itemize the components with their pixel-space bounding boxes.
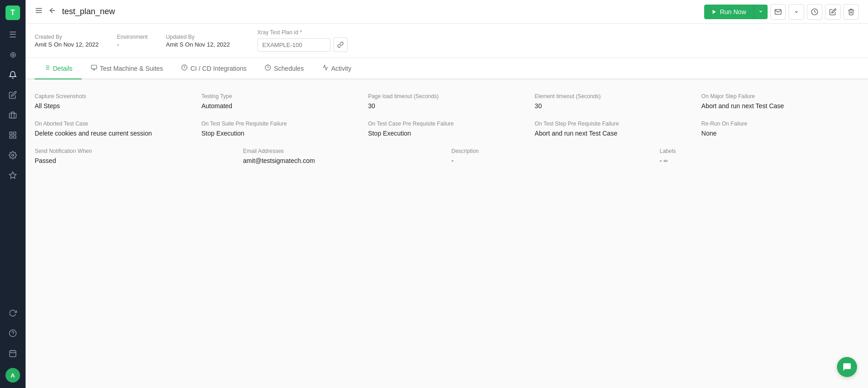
home-icon[interactable]: ⊕ xyxy=(4,46,22,64)
capture-screenshots-value: All Steps xyxy=(35,102,192,110)
testing-type-label: Testing Type xyxy=(201,93,359,100)
rerun-on-failure-value: None xyxy=(701,130,859,137)
plugin-icon[interactable] xyxy=(4,166,22,184)
menu-icon[interactable]: ☰ xyxy=(4,26,22,44)
bell-icon[interactable] xyxy=(4,66,22,84)
details-tab-icon xyxy=(44,64,50,72)
description-field: Description - xyxy=(451,148,651,164)
help-icon[interactable] xyxy=(4,324,22,342)
back-icon[interactable] xyxy=(48,6,57,17)
svg-rect-3 xyxy=(10,136,12,138)
details-row-3: Send Notification When Passed Email Addr… xyxy=(35,148,859,164)
on-test-step-prereq-field: On Test Step Pre Requisite Failure Abort… xyxy=(535,121,692,137)
environment-label: Environment xyxy=(117,34,147,40)
environment-value: - xyxy=(117,41,147,48)
on-aborted-test-case-label: On Aborted Test Case xyxy=(35,121,192,127)
dropdown-icon-button[interactable] xyxy=(789,4,804,20)
on-test-step-prereq-value: Abort and run next Test Case xyxy=(535,130,692,137)
meta-bar: Created By Amit S On Nov 12, 2022 Enviro… xyxy=(26,24,868,58)
run-dropdown-button[interactable] xyxy=(753,5,768,19)
description-label: Description xyxy=(451,148,651,154)
settings-icon[interactable] xyxy=(4,146,22,164)
updated-by-label: Updated By xyxy=(166,34,230,40)
on-test-suite-prereq-value: Stop Execution xyxy=(201,130,359,137)
created-by-field: Created By Amit S On Nov 12, 2022 xyxy=(35,34,99,48)
tab-ci-cd[interactable]: CI / CD Integrations xyxy=(172,58,256,79)
xray-input[interactable] xyxy=(257,38,330,52)
svg-rect-2 xyxy=(14,132,16,134)
on-major-step-failure-label: On Major Step Failure xyxy=(701,93,859,100)
svg-rect-24 xyxy=(91,65,97,69)
email-addresses-value: amit@testsigmatech.com xyxy=(243,157,443,164)
calendar-icon[interactable] xyxy=(4,344,22,362)
on-test-step-prereq-label: On Test Step Pre Requisite Failure xyxy=(535,121,692,127)
description-value: - xyxy=(451,157,651,164)
created-by-value: Amit S On Nov 12, 2022 xyxy=(35,41,99,48)
page-load-timeout-field: Page load timeout (Seconds) 30 xyxy=(368,93,525,110)
tab-details[interactable]: Details xyxy=(35,58,82,79)
email-icon-button[interactable] xyxy=(770,4,786,20)
test-machine-tab-icon xyxy=(91,64,97,72)
rerun-on-failure-label: Re-Run On Failure xyxy=(701,121,859,127)
svg-marker-16 xyxy=(713,10,716,14)
on-aborted-test-case-field: On Aborted Test Case Delete cookies and … xyxy=(35,121,192,137)
on-test-suite-prereq-field: On Test Suite Pre Requisite Failure Stop… xyxy=(201,121,359,137)
chat-bubble-button[interactable] xyxy=(837,357,857,377)
send-notification-value: Passed xyxy=(35,157,234,164)
test-machine-tab-label: Test Machine & Suites xyxy=(100,65,163,72)
content-area: Capture Screenshots All Steps Testing Ty… xyxy=(26,79,868,388)
send-notification-label: Send Notification When xyxy=(35,148,234,154)
updated-by-field: Updated By Amit S On Nov 12, 2022 xyxy=(166,34,230,48)
run-now-button[interactable]: Run Now xyxy=(704,5,753,19)
tab-schedules[interactable]: Schedules xyxy=(256,58,313,79)
ci-cd-tab-icon xyxy=(181,64,188,72)
main-content: test_plan_new Run Now xyxy=(26,0,868,388)
details-tab-label: Details xyxy=(53,65,73,72)
tab-activity[interactable]: Activity xyxy=(313,58,361,79)
app-logo[interactable]: T xyxy=(5,5,20,20)
xray-label: Xray Test Plan id * xyxy=(257,29,348,36)
xray-link-button[interactable] xyxy=(333,37,348,52)
svg-rect-4 xyxy=(14,136,16,138)
hamburger-icon[interactable] xyxy=(35,6,43,17)
ci-cd-tab-label: CI / CD Integrations xyxy=(190,65,246,72)
pencil-icon-button[interactable] xyxy=(825,4,841,20)
on-major-step-failure-field: On Major Step Failure Abort and run next… xyxy=(701,93,859,110)
labels-value: - ✏ xyxy=(660,157,859,164)
email-addresses-field: Email Addresses amit@testsigmatech.com xyxy=(243,148,443,164)
edit-icon[interactable] xyxy=(4,86,22,104)
details-row-1: Capture Screenshots All Steps Testing Ty… xyxy=(35,93,859,110)
on-test-suite-prereq-label: On Test Suite Pre Requisite Failure xyxy=(201,121,359,127)
refresh-icon[interactable] xyxy=(4,304,22,322)
topbar: test_plan_new Run Now xyxy=(26,0,868,24)
labels-field: Labels - ✏ xyxy=(660,148,859,164)
email-addresses-label: Email Addresses xyxy=(243,148,443,154)
delete-icon-button[interactable] xyxy=(843,4,859,20)
sidebar: T ☰ ⊕ A xyxy=(0,0,26,388)
activity-tab-icon xyxy=(322,64,329,72)
labels-label: Labels xyxy=(660,148,859,154)
labels-edit-icon[interactable]: ✏ xyxy=(664,158,668,164)
on-major-step-failure-value: Abort and run next Test Case xyxy=(701,102,859,110)
on-test-case-prereq-label: On Test Case Pre Requisite Failure xyxy=(368,121,525,127)
environment-field: Environment - xyxy=(117,34,147,48)
clock-icon-button[interactable] xyxy=(807,4,822,20)
briefcase-icon[interactable] xyxy=(4,106,22,124)
user-avatar[interactable]: A xyxy=(5,368,20,383)
page-load-timeout-label: Page load timeout (Seconds) xyxy=(368,93,525,100)
element-timeout-label: Element timeout (Seconds) xyxy=(535,93,692,100)
tabs: Details Test Machine & Suites CI / CD In… xyxy=(26,58,868,79)
page-load-timeout-value: 30 xyxy=(368,102,525,110)
xray-field: Xray Test Plan id * xyxy=(257,29,348,52)
svg-point-5 xyxy=(12,154,14,157)
details-row-2: On Aborted Test Case Delete cookies and … xyxy=(35,121,859,137)
created-by-label: Created By xyxy=(35,34,99,40)
schedules-tab-label: Schedules xyxy=(274,65,303,72)
schedules-tab-icon xyxy=(265,64,271,72)
on-test-case-prereq-value: Stop Execution xyxy=(368,130,525,137)
element-timeout-value: 30 xyxy=(535,102,692,110)
tab-test-machine[interactable]: Test Machine & Suites xyxy=(82,58,173,79)
capture-screenshots-field: Capture Screenshots All Steps xyxy=(35,93,192,110)
grid-icon[interactable] xyxy=(4,126,22,144)
svg-rect-8 xyxy=(10,351,16,357)
